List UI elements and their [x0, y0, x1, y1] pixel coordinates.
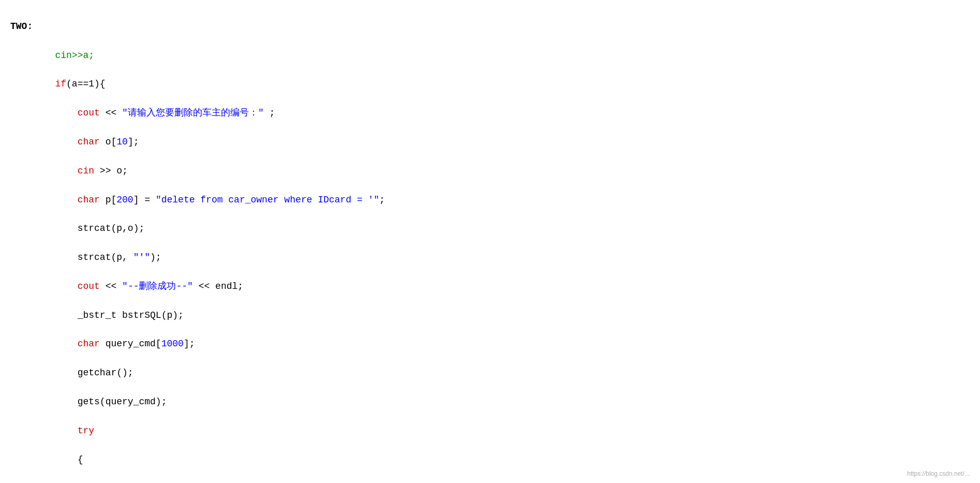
line-13: gets(query_cmd);	[10, 395, 970, 409]
line-3: cout << "请输入您要删除的车主的编号：" ;	[10, 106, 970, 121]
line-label: TWO:	[10, 20, 970, 34]
code-container: TWO: cin>>a; if(a==1){ cout << "请输入您要删除的…	[10, 5, 970, 483]
line-10: _bstr_t bstrSQL(p);	[10, 309, 970, 323]
line-14: try	[10, 424, 970, 438]
line-11: char query_cmd[1000];	[10, 337, 970, 352]
line-2: if(a==1){	[10, 77, 970, 92]
line-15: {	[10, 453, 970, 467]
watermark: https://blog.csdn.net/...	[907, 469, 970, 479]
line-8: strcat(p, "'");	[10, 251, 970, 265]
line-4: char o[10];	[10, 135, 970, 150]
line-12: getchar();	[10, 366, 970, 380]
line-1: cin>>a;	[10, 49, 970, 63]
line-7: strcat(p,o);	[10, 222, 970, 236]
line-6: char p[200] = "delete from car_owner whe…	[10, 193, 970, 208]
line-5: cin >> o;	[10, 164, 970, 179]
line-9: cout << "--删除成功--" << endl;	[10, 280, 970, 294]
